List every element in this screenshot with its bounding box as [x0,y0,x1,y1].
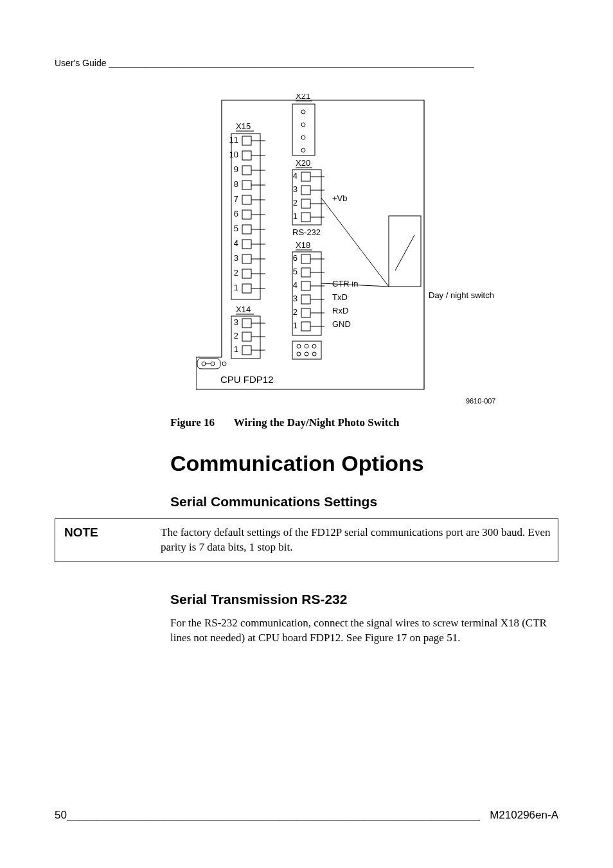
svg-text:1: 1 [293,211,298,221]
label-x21: X21 [296,94,310,101]
svg-point-87 [297,344,301,348]
svg-rect-47 [301,186,310,195]
svg-text:3: 3 [234,253,238,263]
svg-text:2: 2 [234,331,238,341]
svg-point-91 [305,352,308,356]
svg-rect-61 [301,268,310,277]
label-rxd: RxD [332,306,348,315]
svg-point-88 [305,344,308,348]
svg-text:8: 8 [234,179,238,189]
svg-rect-53 [301,213,310,222]
svg-point-3 [301,123,305,127]
svg-text:3: 3 [234,317,238,327]
svg-text:10: 10 [229,150,238,159]
svg-text:7: 7 [234,194,238,204]
wiring-figure: X21 X15 1110987654321 X20 4321 +Vb [196,94,558,409]
svg-point-92 [312,352,316,356]
svg-rect-15 [242,166,251,175]
svg-rect-44 [301,172,310,181]
label-x15: X15 [236,121,251,131]
label-x20: X20 [296,158,310,168]
wiring-diagram-svg: X21 X15 1110987654321 X20 4321 +Vb [196,94,517,409]
label-rs232: RS-232 [292,227,321,237]
figure-title: Wiring the Day/Night Photo Switch [234,416,400,429]
svg-rect-64 [301,281,310,290]
svg-text:3: 3 [293,184,298,194]
page-number: 50 [55,809,67,822]
svg-rect-98 [389,216,421,287]
svg-text:2: 2 [293,307,298,317]
svg-rect-24 [242,210,251,219]
running-header: User's Guide ___________________________… [55,58,558,68]
svg-text:2: 2 [234,268,238,278]
svg-rect-9 [242,136,251,145]
svg-text:3: 3 [293,294,298,303]
svg-text:6: 6 [234,209,238,218]
svg-rect-27 [242,225,251,234]
svg-text:2: 2 [293,198,298,208]
label-x18: X18 [296,240,310,250]
svg-line-100 [321,198,389,287]
label-vb: +Vb [332,193,348,203]
svg-point-94 [202,362,206,366]
svg-rect-84 [242,346,251,355]
note-label: NOTE [64,526,161,555]
svg-text:4: 4 [293,280,298,290]
svg-text:4: 4 [234,238,238,248]
label-cpu: CPU FDP12 [220,374,274,385]
svg-text:4: 4 [293,171,298,181]
svg-rect-36 [242,269,251,278]
svg-point-4 [301,136,305,139]
svg-text:5: 5 [234,224,238,233]
label-x14: X14 [236,305,251,314]
label-gnd: GND [332,319,351,329]
svg-rect-18 [242,181,251,190]
svg-point-90 [297,352,301,356]
label-txd: TxD [332,292,348,302]
svg-rect-50 [301,199,310,208]
figure-number: Figure 16 [170,416,215,429]
footer: 50______________________________________… [55,809,558,822]
svg-text:1: 1 [293,321,298,330]
svg-rect-70 [301,308,310,317]
heading-serial-rs232: Serial Transmission RS-232 [170,592,558,607]
figure-image-code: 9610-007 [466,397,496,405]
svg-rect-39 [242,284,251,293]
doc-id: M210296en-A [490,809,558,822]
svg-point-89 [312,344,316,348]
svg-point-2 [301,110,305,114]
heading-serial-comm-settings: Serial Communications Settings [170,494,558,509]
label-day-night-switch: Day / night switch [429,290,494,300]
note-text: The factory default settings of the FD12… [161,526,553,555]
svg-rect-58 [301,254,310,263]
svg-text:11: 11 [229,135,238,145]
svg-rect-21 [242,195,251,204]
svg-text:1: 1 [234,283,238,292]
svg-rect-86 [292,341,321,359]
svg-rect-30 [242,240,251,249]
svg-point-96 [211,362,215,366]
svg-rect-12 [242,151,251,160]
label-ctr-in: CTR in [332,279,358,288]
svg-rect-73 [301,322,310,331]
svg-rect-78 [242,319,251,328]
heading-communication-options: Communication Options [170,451,558,476]
figure-caption: Figure 16 Wiring the Day/Night Photo Swi… [170,416,558,429]
svg-point-5 [301,148,305,152]
svg-rect-33 [242,254,251,263]
svg-line-99 [395,235,414,270]
svg-text:5: 5 [293,267,298,276]
note-box: NOTE The factory default settings of the… [55,518,558,562]
svg-rect-1 [292,104,315,155]
footer-rule: ________________________________________… [67,809,490,822]
svg-rect-67 [301,295,310,304]
svg-text:6: 6 [293,253,298,263]
svg-text:1: 1 [234,344,238,354]
body-paragraph-rs232: For the RS-232 communication, connect th… [170,616,558,646]
svg-text:9: 9 [234,164,238,174]
svg-point-97 [222,362,226,366]
svg-rect-81 [242,332,251,341]
